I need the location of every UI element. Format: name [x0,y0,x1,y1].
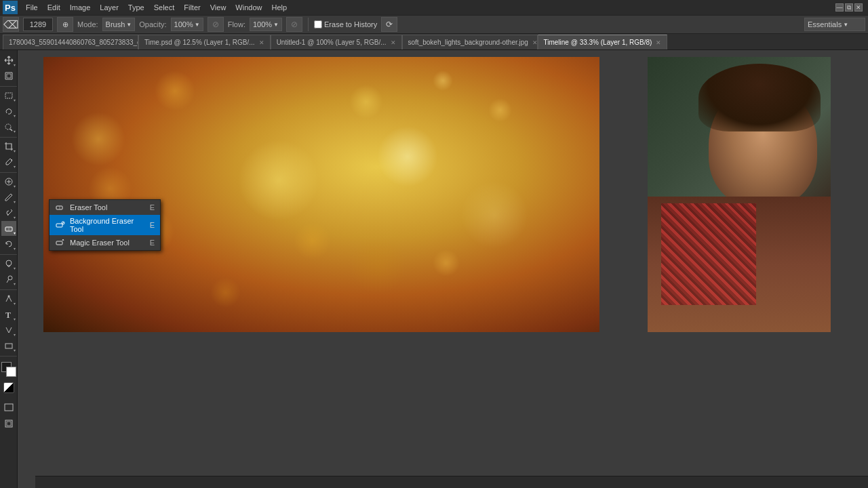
svg-line-2 [10,129,12,131]
status-bar [35,476,868,488]
pen-tool-group: ▾ T ▾ ▾ ▾ [0,291,17,357]
lasso-tool[interactable]: ▾ [1,104,16,119]
context-menu: Eraser Tool E Background Eraser Tool E M… [49,199,161,251]
menu-file[interactable]: File [22,2,42,13]
essentials-dropdown-arrow: ▼ [843,22,848,28]
extra-options-btn[interactable]: ⟳ [381,17,397,32]
svg-rect-0 [5,93,12,98]
eraser-tool-menu-icon [55,202,66,213]
svg-line-11 [7,279,9,283]
menu-layer[interactable]: Layer [96,2,123,13]
tab-3-close[interactable]: ✕ [391,39,396,46]
svg-point-1 [5,124,11,129]
svg-point-9 [6,260,12,266]
body [648,197,831,332]
tab-5[interactable]: Timeline @ 33.3% (Layer 1, RGB/8) ✕ [538,35,668,49]
menu-filter[interactable]: Filter [180,2,204,13]
healing-brush-tool[interactable]: ▾ [1,174,16,189]
menu-type[interactable]: Type [124,2,149,13]
eraser-tool-menu-label: Eraser Tool [70,203,146,211]
mode-dropdown-arrow: ▼ [126,22,132,28]
svg-rect-17 [7,422,11,426]
bokeh-canvas[interactable] [43,57,599,332]
mode-label: Mode: [77,20,98,28]
erase-to-history-label: Erase to History [324,20,377,28]
menu-window[interactable]: Window [231,2,266,13]
person-image [648,57,831,332]
crop-tool[interactable]: ▾ [1,139,16,154]
healing-tool-group: ▾ ▾ ▾ ▾ ▾ [0,174,17,255]
blur-tool[interactable]: ▾ [1,256,16,271]
magic-eraser-tool-menu-icon [55,237,66,248]
background-color[interactable] [6,367,16,377]
svg-rect-15 [5,404,13,411]
opacity-dropdown[interactable]: 100% ▼ [171,18,203,31]
eraser-tool[interactable]: ▾ [1,221,16,236]
erase-to-history-row: Erase to History [314,20,377,28]
eraser-tool-icon[interactable]: ⌫ [3,17,19,32]
blur-tool-group: ▾ ▾ [0,256,17,290]
tab-2-close[interactable]: ✕ [259,39,264,46]
close-button[interactable]: ✕ [854,3,863,12]
svg-rect-18 [56,206,62,209]
svg-line-22 [62,222,64,224]
canvas-container [43,57,599,332]
tab-4-close[interactable]: ✕ [532,39,538,46]
path-selection-tool[interactable]: ▾ [1,323,16,338]
menu-image[interactable]: Image [66,2,95,13]
magic-eraser-tool-menu-item[interactable]: Magic Eraser Tool E [50,235,160,250]
tab-3[interactable]: Untitled-1 @ 100% (Layer 5, RGB/... ✕ [271,35,402,49]
menu-help[interactable]: Help [267,2,291,13]
tab-3-label: Untitled-1 @ 100% (Layer 5, RGB/... [277,39,387,46]
tab-5-close[interactable]: ✕ [656,39,661,46]
essentials-dropdown[interactable]: Essentials ▼ [804,18,865,31]
type-tool[interactable]: T ▾ [1,307,16,322]
menu-select[interactable]: Select [150,2,179,13]
eyedropper-tool[interactable]: ▾ [1,155,16,169]
flow-dropdown[interactable]: 100% ▼ [250,18,282,31]
eraser-tool-menu-item[interactable]: Eraser Tool E [50,200,160,215]
screen-mode-btn[interactable] [1,400,16,415]
opacity-label: Opacity: [139,20,166,28]
color-swatches[interactable] [1,362,16,377]
brush-preset-picker[interactable]: ⊕ [57,17,73,32]
artboard-tool[interactable] [1,68,16,83]
frame-tool[interactable] [1,416,16,431]
menu-bar: Ps File Edit Image Layer Type Select Fil… [0,0,868,15]
pressure-opacity-btn[interactable]: ⊘ [208,17,224,32]
dodge-tool[interactable]: ▾ [1,272,16,287]
svg-rect-20 [56,224,62,227]
mode-dropdown[interactable]: Brush ▼ [102,18,136,31]
pen-tool[interactable]: ▾ [1,291,16,306]
photoshop-logo: Ps [3,1,18,14]
flow-dropdown-arrow: ▼ [273,22,279,28]
shape-tool[interactable]: ▾ [1,338,16,353]
clone-stamp-tool[interactable]: ▾ [1,205,16,220]
history-brush-tool[interactable]: ▾ [1,237,16,251]
tab-4[interactable]: soft_bokeh_lights_background-other.jpg ✕ [402,35,538,49]
restore-button[interactable]: ⧉ [845,3,853,12]
brush-tool[interactable]: ▾ [1,190,16,205]
rectangular-marquee-tool[interactable]: ▾ [1,88,16,103]
left-toolbar: ▾ ▾ ▾ ▾ ▾ [0,50,18,488]
separator [308,18,309,31]
pressure-flow-btn[interactable]: ⊘ [286,17,302,32]
quick-mask-mode[interactable] [3,382,14,393]
tab-2[interactable]: Time.psd @ 12.5% (Layer 1, RGB/... ✕ [138,35,271,49]
tab-1[interactable]: 1780043_559014440860763_805273833_o.jpg … [3,35,138,49]
minimize-button[interactable]: — [835,3,844,12]
svg-point-12 [7,296,9,298]
menu-view[interactable]: View [206,2,231,13]
svg-point-3 [11,159,12,161]
selection-tool-group: ▾ ▾ ▾ [0,88,17,138]
brush-size-input[interactable] [23,18,53,31]
tab-1-label: 1780043_559014440860763_805273833_o.jpg [9,39,138,46]
quick-selection-tool[interactable]: ▾ [1,119,16,134]
erase-to-history-checkbox[interactable] [314,20,322,28]
menu-edit[interactable]: Edit [43,2,64,13]
svg-rect-16 [5,420,12,427]
canvas-area: Eraser Tool E Background Eraser Tool E M… [18,50,868,488]
bg-eraser-tool-menu-item[interactable]: Background Eraser Tool E [50,215,160,235]
move-tool[interactable]: ▾ [1,53,16,68]
magic-eraser-tool-menu-shortcut: E [150,239,155,247]
